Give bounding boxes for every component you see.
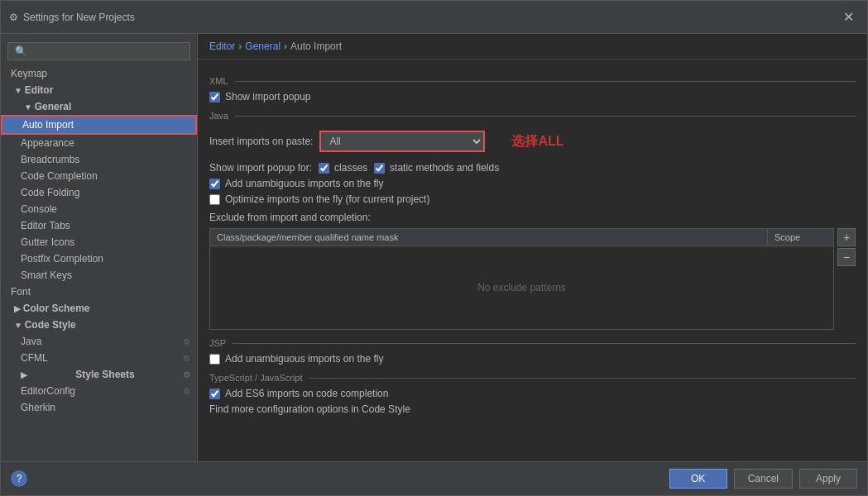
jsp-section-label: JSP [209, 338, 856, 348]
optimize-imports-checkbox[interactable] [209, 194, 220, 205]
optimize-imports-row: Optimize imports on the fly (for current… [209, 193, 856, 205]
breadcrumb-auto-import: Auto Import [290, 41, 342, 52]
sidebar-item-general[interactable]: General [1, 98, 197, 115]
show-popup-label: Show import popup for: [209, 162, 312, 174]
title-bar: ⚙ Settings for New Projects ✕ [1, 1, 867, 34]
sidebar-item-postfix-completion[interactable]: Postfix Completion [1, 250, 197, 267]
typescript-section-label: TypeScript / JavaScript [209, 373, 856, 383]
insert-imports-container: Insert imports on paste: All Ask None 选择… [209, 126, 856, 157]
exclude-section: Exclude from import and completion: Clas… [209, 212, 856, 330]
reset-ec-icon: ⚙ [183, 387, 190, 396]
sidebar-item-editor-tabs[interactable]: Editor Tabs [1, 217, 197, 234]
close-button[interactable]: ✕ [838, 7, 859, 26]
show-popup-row: Show import popup for: classes static me… [209, 162, 856, 174]
content-body: XML Show import popup Java Insert import… [198, 60, 867, 461]
add-unambiguous-jsp-row: Add unambiguous imports on the fly [209, 353, 856, 365]
breadcrumb-general[interactable]: General [245, 41, 281, 52]
sidebar-item-style-sheets[interactable]: Style Sheets ⚙ [1, 366, 197, 383]
reset-java-icon: ⚙ [183, 337, 190, 346]
sidebar-item-gherkin[interactable]: Gherkin [1, 399, 197, 416]
sidebar-item-auto-import[interactable]: Auto Import [1, 115, 197, 135]
remove-pattern-button[interactable]: − [837, 248, 856, 266]
sidebar-item-code-style[interactable]: Code Style [1, 317, 197, 333]
find-more-row: Find more configuration options in Code … [209, 403, 856, 415]
sidebar: Keymap Editor General Auto Import Appear… [1, 34, 198, 461]
exclude-table-header: Class/package/member qualified name mask… [210, 229, 833, 246]
show-import-popup-checkbox[interactable] [209, 92, 220, 103]
ok-button[interactable]: OK [669, 469, 727, 489]
sidebar-item-appearance[interactable]: Appearance [1, 135, 197, 151]
sidebar-item-keymap[interactable]: Keymap [1, 65, 197, 82]
apply-button[interactable]: Apply [799, 469, 857, 489]
title-bar-left: ⚙ Settings for New Projects [9, 12, 135, 23]
annotation-text: 选择ALL [511, 133, 563, 150]
breadcrumb: Editor › General › Auto Import [198, 34, 867, 60]
exclude-table-container: Class/package/member qualified name mask… [209, 228, 834, 330]
sidebar-item-code-completion[interactable]: Code Completion [1, 168, 197, 184]
show-import-popup-row: Show import popup [209, 91, 856, 103]
footer-left: ? [11, 470, 663, 487]
static-methods-checkbox-label[interactable]: static methods and fields [374, 162, 499, 174]
dialog-body: Keymap Editor General Auto Import Appear… [1, 34, 867, 461]
sidebar-item-editor[interactable]: Editor [1, 82, 197, 98]
insert-imports-select[interactable]: All Ask None [321, 132, 483, 150]
add-pattern-button[interactable]: + [837, 228, 856, 246]
java-section-label: Java [209, 111, 856, 121]
main-content: Editor › General › Auto Import XML Show … [198, 34, 867, 461]
add-unambiguous-java-row: Add unambiguous imports on the fly [209, 178, 856, 189]
search-input[interactable] [7, 42, 190, 60]
dialog-title: Settings for New Projects [23, 12, 135, 23]
sidebar-item-smart-keys[interactable]: Smart Keys [1, 267, 197, 284]
sidebar-item-java[interactable]: Java ⚙ [1, 333, 197, 350]
classes-checkbox-label[interactable]: classes [319, 162, 367, 174]
add-unambiguous-java-label[interactable]: Add unambiguous imports on the fly [209, 178, 383, 189]
add-es6-row: Add ES6 imports on code completion [209, 388, 856, 399]
table-wrapper: Class/package/member qualified name mask… [209, 228, 856, 330]
sidebar-item-editor-config[interactable]: EditorConfig ⚙ [1, 383, 197, 399]
no-patterns-text: No exclude patterns [477, 282, 566, 293]
settings-icon: ⚙ [9, 12, 18, 23]
insert-imports-dropdown-box: All Ask None [319, 131, 485, 152]
exclude-table-body: No exclude patterns [210, 246, 833, 329]
insert-imports-row: Insert imports on paste: All Ask None [209, 131, 485, 152]
add-unambiguous-jsp-checkbox[interactable] [209, 354, 220, 365]
show-import-popup-label[interactable]: Show import popup [209, 91, 310, 103]
insert-imports-label: Insert imports on paste: [209, 136, 313, 147]
add-unambiguous-jsp-label[interactable]: Add unambiguous imports on the fly [209, 353, 383, 365]
add-es6-checkbox[interactable] [209, 389, 220, 399]
col1-header: Class/package/member qualified name mask [210, 229, 767, 246]
exclude-label: Exclude from import and completion: [209, 212, 856, 223]
add-unambiguous-java-checkbox[interactable] [209, 179, 220, 189]
sidebar-item-font[interactable]: Font [1, 284, 197, 300]
cancel-button[interactable]: Cancel [734, 469, 793, 489]
sidebar-item-color-scheme[interactable]: Color Scheme [1, 300, 197, 317]
reset-ss-icon: ⚙ [183, 370, 190, 379]
table-buttons: + − [837, 228, 856, 330]
sidebar-item-breadcrumbs[interactable]: Breadcrumbs [1, 151, 197, 168]
reset-cfml-icon: ⚙ [183, 354, 190, 363]
settings-dialog: ⚙ Settings for New Projects ✕ Keymap Edi… [0, 0, 868, 496]
col2-header: Scope [767, 229, 833, 246]
sidebar-item-code-folding[interactable]: Code Folding [1, 184, 197, 201]
optimize-imports-label[interactable]: Optimize imports on the fly (for current… [209, 193, 429, 205]
sidebar-item-cfml[interactable]: CFML ⚙ [1, 350, 197, 366]
sidebar-item-console[interactable]: Console [1, 201, 197, 217]
xml-section-label: XML [209, 76, 856, 86]
breadcrumb-editor[interactable]: Editor [209, 41, 235, 52]
sidebar-item-gutter-icons[interactable]: Gutter Icons [1, 234, 197, 250]
static-methods-checkbox[interactable] [374, 163, 385, 174]
help-button[interactable]: ? [11, 470, 27, 487]
dialog-footer: ? OK Cancel Apply [1, 461, 867, 495]
add-es6-label[interactable]: Add ES6 imports on code completion [209, 388, 388, 399]
classes-checkbox[interactable] [319, 163, 329, 174]
